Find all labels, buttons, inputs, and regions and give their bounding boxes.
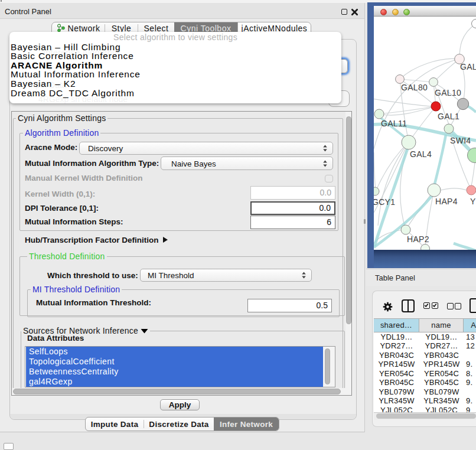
svg-text:SWI4: SWI4 <box>450 136 471 145</box>
svg-text:GAL: GAL <box>460 62 476 71</box>
svg-text:GAL80: GAL80 <box>401 83 428 92</box>
svg-text:GAL10: GAL10 <box>435 88 461 97</box>
svg-text:GAL11: GAL11 <box>381 119 407 128</box>
svg-text:GAL4: GAL4 <box>410 149 432 159</box>
svg-text:HAP2: HAP2 <box>407 234 429 244</box>
svg-text:Y: Y <box>470 197 476 206</box>
svg-text:GCY1: GCY1 <box>374 197 395 207</box>
svg-text:HAP4: HAP4 <box>435 197 458 206</box>
svg-text:GAL1: GAL1 <box>438 112 459 121</box>
